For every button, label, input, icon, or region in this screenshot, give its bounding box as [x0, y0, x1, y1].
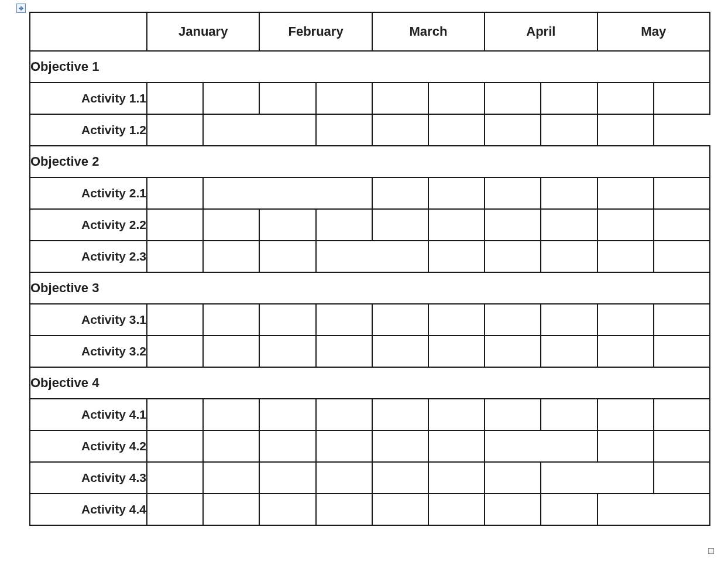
- activity-label: Activity 4.3: [30, 462, 147, 494]
- gantt-cell: [597, 114, 654, 146]
- gantt-bar-segment: [372, 304, 428, 336]
- table-move-handle-icon[interactable]: ✥: [16, 4, 26, 13]
- gantt-bar-segment: [316, 241, 372, 272]
- gantt-cell: [597, 209, 654, 241]
- activity-label: Activity 3.2: [30, 336, 147, 367]
- gantt-cell: [654, 114, 710, 146]
- gantt-table: January February March April May Objecti…: [29, 12, 710, 526]
- gantt-cell: [203, 494, 259, 525]
- gantt-cell: [541, 209, 597, 241]
- gantt-cell: [428, 83, 485, 114]
- activity-label: Activity 3.1: [30, 304, 147, 336]
- gantt-cell: [597, 336, 654, 367]
- gantt-cell: [654, 462, 710, 494]
- section-row: Objective 2: [30, 146, 710, 177]
- gantt-cell: [372, 177, 428, 209]
- gantt-cell: [372, 114, 428, 146]
- gantt-cell: [203, 304, 259, 336]
- activity-row: Activity 2.3: [30, 241, 710, 272]
- gantt-cell: [259, 241, 315, 272]
- gantt-cell: [316, 494, 372, 525]
- gantt-cell: [147, 304, 203, 336]
- gantt-cell: [428, 494, 485, 525]
- gantt-bar-segment: [597, 462, 654, 494]
- gantt-cell: [372, 430, 428, 462]
- gantt-cell: [485, 209, 541, 241]
- gantt-cell: [541, 304, 597, 336]
- section-title: Objective 1: [30, 51, 710, 83]
- header-row: January February March April May: [30, 12, 710, 51]
- section-title: Objective 3: [30, 272, 710, 304]
- gantt-cell: [485, 336, 541, 367]
- activity-label: Activity 1.2: [30, 114, 147, 146]
- month-header: May: [597, 12, 710, 51]
- gantt-cell: [372, 209, 428, 241]
- activity-row: Activity 1.2: [30, 114, 710, 146]
- gantt-cell: [259, 494, 315, 525]
- gantt-cell: [485, 399, 541, 430]
- activity-label: Activity 4.1: [30, 399, 147, 430]
- activity-row: Activity 4.3: [30, 462, 710, 494]
- activity-row: Activity 3.1: [30, 304, 710, 336]
- gantt-bar-segment: [203, 177, 259, 209]
- gantt-cell: [259, 209, 315, 241]
- activity-row: Activity 1.1: [30, 83, 710, 114]
- gantt-cell: [654, 304, 710, 336]
- gantt-bar-segment: [259, 177, 315, 209]
- gantt-cell: [485, 494, 541, 525]
- gantt-cell: [259, 336, 315, 367]
- gantt-cell: [147, 399, 203, 430]
- gantt-cell: [428, 462, 485, 494]
- activity-label: Activity 4.2: [30, 430, 147, 462]
- gantt-cell: [203, 462, 259, 494]
- gantt-cell: [316, 430, 372, 462]
- gantt-cell: [654, 209, 710, 241]
- gantt-bar-segment: [654, 494, 710, 525]
- gantt-cell: [485, 304, 541, 336]
- gantt-cell: [541, 177, 597, 209]
- gantt-cell: [147, 336, 203, 367]
- activity-label: Activity 4.4: [30, 494, 147, 525]
- gantt-cell: [597, 430, 654, 462]
- gantt-cell: [147, 430, 203, 462]
- month-header: January: [147, 12, 259, 51]
- activity-label: Activity 1.1: [30, 83, 147, 114]
- gantt-cell: [541, 399, 597, 430]
- gantt-bar-segment: [147, 83, 203, 114]
- gantt-cell: [597, 399, 654, 430]
- gantt-cell: [147, 177, 203, 209]
- gantt-cell: [203, 209, 259, 241]
- gantt-cell: [654, 83, 710, 114]
- gantt-cell: [147, 494, 203, 525]
- gantt-cell: [147, 114, 203, 146]
- header-blank: [30, 12, 147, 51]
- gantt-cell: [485, 241, 541, 272]
- gantt-cell: [259, 83, 315, 114]
- gantt-bar-segment: [203, 114, 259, 146]
- gantt-cell: [316, 304, 372, 336]
- table-resize-handle-icon[interactable]: [708, 548, 714, 554]
- gantt-cell: [541, 336, 597, 367]
- gantt-cell: [316, 114, 372, 146]
- gantt-cell: [316, 399, 372, 430]
- gantt-cell: [372, 462, 428, 494]
- gantt-cell: [541, 83, 597, 114]
- gantt-cell: [203, 399, 259, 430]
- gantt-cell: [316, 462, 372, 494]
- gantt-cell: [541, 114, 597, 146]
- activity-row: Activity 3.2: [30, 336, 710, 367]
- gantt-cell: [259, 462, 315, 494]
- gantt-cell: [259, 304, 315, 336]
- gantt-cell: [428, 241, 485, 272]
- activity-row: Activity 4.2: [30, 430, 710, 462]
- gantt-cell: [428, 430, 485, 462]
- activity-label: Activity 2.3: [30, 241, 147, 272]
- gantt-cell: [147, 462, 203, 494]
- gantt-cell: [203, 83, 259, 114]
- gantt-cell: [654, 399, 710, 430]
- gantt-cell: [541, 241, 597, 272]
- gantt-cell: [597, 83, 654, 114]
- gantt-cell: [372, 336, 428, 367]
- gantt-bar-segment: [485, 430, 541, 462]
- gantt-cell: [485, 114, 541, 146]
